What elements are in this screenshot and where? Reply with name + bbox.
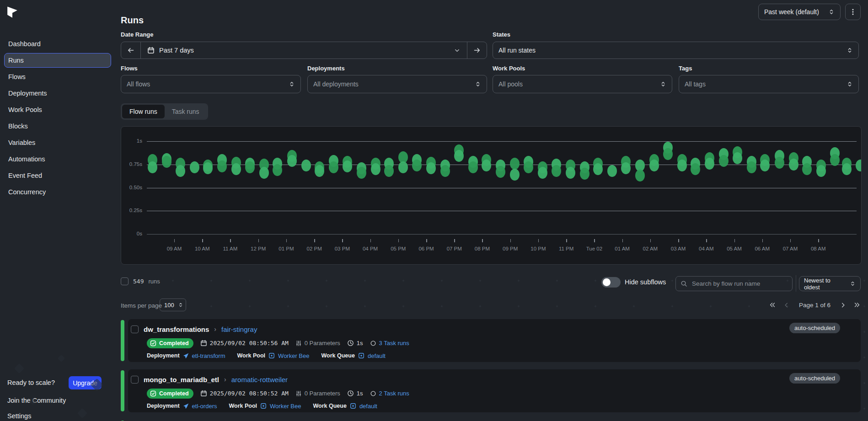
flow-run-dot[interactable] <box>649 160 659 171</box>
flow-run-dot[interactable] <box>426 162 436 174</box>
flow-run-dot[interactable] <box>842 163 852 175</box>
sidebar-item-work-pools[interactable]: Work Pools <box>4 102 111 117</box>
flow-run-dot[interactable] <box>273 164 282 176</box>
run-work-pool-link[interactable]: Worker Bee <box>278 352 309 359</box>
sidebar-item-automations[interactable]: Automations <box>4 152 111 166</box>
tags-select[interactable]: All tags <box>679 75 859 93</box>
flow-run-dot[interactable] <box>315 165 324 177</box>
flow-run-dot[interactable] <box>440 165 450 177</box>
next-page-button[interactable] <box>840 302 847 309</box>
date-range-back-button[interactable] <box>121 42 141 59</box>
sidebar-item-event-feed[interactable]: Event Feed <box>4 168 111 183</box>
run-name-link[interactable]: fair-stingray <box>221 325 257 333</box>
flow-run-dot[interactable] <box>259 167 269 179</box>
flow-run-dot[interactable] <box>607 165 617 177</box>
flows-select[interactable]: All flows <box>121 75 301 93</box>
first-page-button[interactable] <box>769 301 776 309</box>
date-range-select[interactable]: Past 7 days <box>141 42 467 59</box>
flow-run-dot[interactable] <box>538 167 547 179</box>
sidebar-link-community[interactable]: Join the Community <box>7 397 66 404</box>
flow-run-dot[interactable] <box>705 158 714 170</box>
date-range-forward-button[interactable] <box>467 42 487 59</box>
flow-run-dot[interactable] <box>371 163 380 175</box>
flow-run-dot[interactable] <box>663 148 673 160</box>
flow-run-dot[interactable] <box>733 152 742 164</box>
flow-run-dot[interactable] <box>398 161 408 173</box>
last-page-button[interactable] <box>853 301 861 309</box>
deployments-select[interactable]: All deployments <box>307 75 487 93</box>
work-pools-select[interactable]: All pools <box>493 75 672 93</box>
saved-filter-select[interactable]: Past week (default) <box>758 4 841 20</box>
flow-run-dot[interactable] <box>691 163 700 175</box>
flow-run-dot[interactable] <box>343 160 352 172</box>
flow-run-dot[interactable] <box>566 167 575 179</box>
flow-run-dot[interactable] <box>357 167 366 179</box>
flow-run-dot[interactable] <box>830 154 840 166</box>
flow-run-dot[interactable] <box>552 165 561 177</box>
flow-run-dot[interactable] <box>510 169 520 181</box>
flow-run-dot[interactable] <box>301 160 311 171</box>
run-checkbox[interactable] <box>131 325 139 333</box>
run-task-runs-link[interactable]: 3 Task runs <box>379 340 409 346</box>
flow-run-dot[interactable] <box>635 170 645 181</box>
tab-task-runs[interactable]: Task runs <box>165 105 207 118</box>
run-flow-name[interactable]: dw_transformations <box>144 325 209 333</box>
flow-run-dot[interactable] <box>816 165 826 177</box>
flow-run-dot[interactable] <box>719 155 729 167</box>
flow-run-dot[interactable] <box>789 159 798 171</box>
sidebar-item-variables[interactable]: Variables <box>4 135 111 150</box>
select-all-checkbox[interactable] <box>121 277 129 285</box>
run-work-pool-link[interactable]: Worker Bee <box>270 403 301 410</box>
sidebar-item-deployments[interactable]: Deployments <box>4 86 111 101</box>
flow-run-dot[interactable] <box>217 160 227 172</box>
flow-run-dot[interactable] <box>802 163 812 175</box>
sidebar-item-dashboard[interactable]: Dashboard <box>4 37 111 51</box>
flow-run-dot[interactable] <box>454 150 464 162</box>
sidebar-item-blocks[interactable]: Blocks <box>4 119 111 133</box>
flow-run-dot[interactable] <box>482 160 491 171</box>
flow-run-dot[interactable] <box>245 161 255 173</box>
run-deployment-link[interactable]: etl-transform <box>192 352 225 359</box>
flow-run-dot[interactable] <box>621 162 631 174</box>
flow-run-dot[interactable] <box>677 160 687 171</box>
items-per-page-select[interactable]: 100 <box>160 298 186 311</box>
run-name-link[interactable]: aromatic-rottweiler <box>231 376 288 384</box>
flow-run-dot[interactable] <box>176 165 185 177</box>
flow-run-dot[interactable] <box>496 166 505 178</box>
flow-run-dot[interactable] <box>580 168 589 180</box>
sidebar-item-flows[interactable]: Flows <box>4 69 111 84</box>
flow-run-dot[interactable] <box>775 157 784 169</box>
prev-page-button[interactable] <box>783 302 790 309</box>
run-task-runs-link[interactable]: 2 Task runs <box>379 390 409 397</box>
flow-run-dot[interactable] <box>524 161 533 173</box>
page-menu-button[interactable] <box>845 4 861 20</box>
run-checkbox[interactable] <box>131 376 139 384</box>
flow-run-dot[interactable] <box>384 165 394 177</box>
hide-subflows-toggle[interactable] <box>601 277 621 288</box>
run-work-queue-link[interactable]: default <box>368 352 386 359</box>
sidebar-item-runs[interactable]: Runs <box>4 53 111 68</box>
prefect-logo[interactable] <box>5 5 19 19</box>
run-deployment-link[interactable]: etl-orders <box>192 403 217 410</box>
flow-run-dot[interactable] <box>287 155 297 167</box>
flow-run-dot[interactable] <box>231 163 241 175</box>
flow-run-dot[interactable] <box>760 160 770 171</box>
flow-run-dot[interactable] <box>162 156 171 168</box>
flow-run-dot[interactable] <box>468 161 478 173</box>
sidebar-link-settings[interactable]: Settings <box>7 412 31 420</box>
flow-run-dot[interactable] <box>593 163 603 175</box>
flow-run-dot[interactable] <box>856 160 862 171</box>
sidebar-item-concurrency[interactable]: Concurrency <box>4 185 111 199</box>
flow-run-dot[interactable] <box>148 161 157 173</box>
flow-run-dot[interactable] <box>510 158 520 170</box>
flow-run-dot[interactable] <box>190 161 199 173</box>
tab-flow-runs[interactable]: Flow runs <box>122 105 165 118</box>
flow-run-dot[interactable] <box>747 161 756 173</box>
search-input[interactable] <box>691 280 788 288</box>
flow-run-dot[interactable] <box>203 162 213 174</box>
states-select[interactable]: All run states <box>493 42 859 59</box>
sort-select[interactable]: Newest to oldest <box>799 276 861 291</box>
run-work-queue-link[interactable]: default <box>359 403 377 410</box>
flow-run-dot[interactable] <box>329 161 338 173</box>
flow-run-dot[interactable] <box>412 160 422 171</box>
